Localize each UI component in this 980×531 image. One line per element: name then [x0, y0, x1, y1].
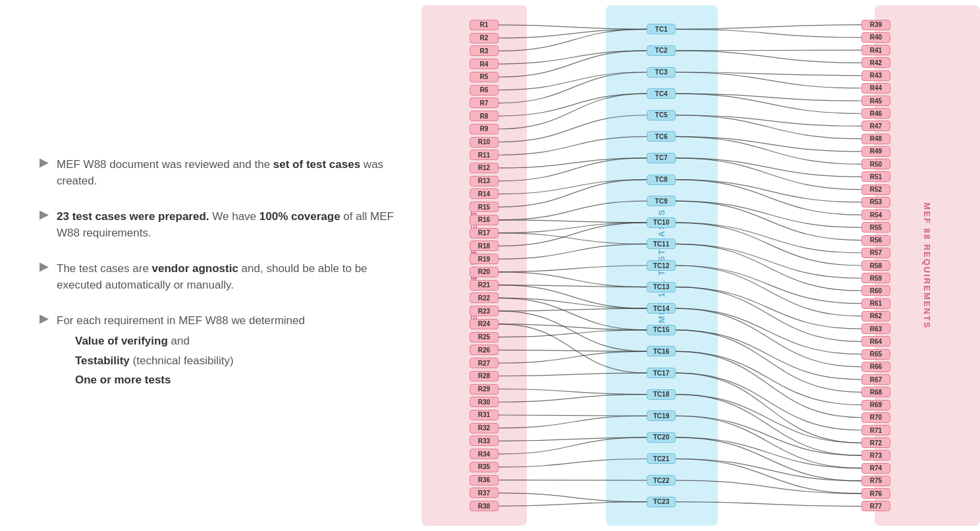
node-r55: R55: [861, 222, 890, 233]
node-r36: R36: [470, 475, 499, 486]
node-r58: R58: [861, 260, 890, 271]
node-r12: R12: [470, 163, 499, 173]
node-tc16: TC16: [647, 346, 676, 356]
node-tc22: TC22: [647, 475, 676, 486]
node-r7: R7: [470, 98, 499, 108]
node-r75: R75: [861, 476, 890, 486]
node-r8: R8: [470, 111, 499, 121]
bullet-icon-3: [40, 263, 49, 272]
node-r54: R54: [861, 210, 890, 220]
node-r59: R59: [861, 273, 890, 283]
node-r6: R6: [470, 85, 499, 96]
bullet-text-2: 23 test cases were prepared. We have 100…: [57, 208, 395, 242]
node-r40: R40: [861, 32, 890, 43]
bullet-text-4: For each requirement in MEF W88 we deter…: [57, 312, 305, 389]
node-r53: R53: [861, 197, 890, 208]
bullet-icon-1: [40, 159, 49, 168]
node-r72: R72: [861, 437, 890, 448]
node-r65: R65: [861, 349, 890, 360]
node-tc14: TC14: [647, 303, 676, 314]
node-r52: R52: [861, 184, 890, 195]
node-tc8: TC8: [647, 175, 676, 185]
node-r74: R74: [861, 463, 890, 474]
node-r69: R69: [861, 400, 890, 410]
node-r25: R25: [470, 332, 499, 343]
node-tc15: TC15: [647, 325, 676, 335]
bullet-icon-4: [40, 315, 49, 324]
node-r30: R30: [470, 397, 499, 407]
node-r46: R46: [861, 108, 890, 119]
node-r24: R24: [470, 319, 499, 329]
node-r51: R51: [861, 171, 890, 182]
node-r18: R18: [470, 240, 499, 251]
bullet-text-3: The test cases are vendor agnostic and, …: [57, 260, 395, 294]
node-r44: R44: [861, 83, 890, 94]
node-r26: R26: [470, 345, 499, 355]
diagram-container: MEF 88 REQUIREMENTS MEF 131 TEST CASES M…: [422, 5, 980, 526]
node-r1: R1: [470, 20, 499, 30]
label-left: MEF 88 REQUIREMENTS: [422, 5, 527, 526]
bullet-item-3: The test cases are vendor agnostic and, …: [40, 260, 395, 294]
bullet-item-4: For each requirement in MEF W88 we deter…: [40, 312, 395, 389]
node-r4: R4: [470, 59, 499, 69]
node-r43: R43: [861, 70, 890, 81]
node-r73: R73: [861, 450, 890, 461]
node-r35: R35: [470, 462, 499, 472]
node-tc13: TC13: [647, 282, 676, 293]
node-r27: R27: [470, 358, 499, 368]
node-r45: R45: [861, 96, 890, 106]
sub-item-2: Testability (technical feasibility): [75, 352, 305, 370]
node-r20: R20: [470, 267, 499, 277]
node-tc10: TC10: [647, 217, 676, 228]
node-r16: R16: [470, 215, 499, 225]
node-r15: R15: [470, 202, 499, 212]
node-r31: R31: [470, 410, 499, 420]
node-r17: R17: [470, 228, 499, 238]
node-r63: R63: [861, 323, 890, 334]
node-r37: R37: [470, 488, 499, 498]
node-r32: R32: [470, 423, 499, 433]
node-tc17: TC17: [647, 368, 676, 378]
node-r38: R38: [470, 501, 499, 511]
node-r22: R22: [470, 293, 499, 303]
node-r19: R19: [470, 254, 499, 264]
node-r3: R3: [470, 45, 499, 56]
node-r41: R41: [861, 45, 890, 55]
node-tc1: TC1: [647, 24, 676, 34]
node-r67: R67: [861, 374, 890, 385]
node-r77: R77: [861, 501, 890, 511]
node-r21: R21: [470, 280, 499, 291]
node-r48: R48: [861, 134, 890, 144]
node-r13: R13: [470, 176, 499, 186]
node-r61: R61: [861, 298, 890, 309]
node-r71: R71: [861, 425, 890, 435]
node-tc11: TC11: [647, 238, 676, 249]
node-r9: R9: [470, 124, 499, 134]
node-tc7: TC7: [647, 153, 676, 163]
node-tc3: TC3: [647, 67, 676, 78]
node-r64: R64: [861, 336, 890, 347]
node-r34: R34: [470, 449, 499, 459]
node-tc23: TC23: [647, 497, 676, 507]
node-r76: R76: [861, 488, 890, 499]
node-r60: R60: [861, 285, 890, 296]
node-r29: R29: [470, 384, 499, 395]
node-r11: R11: [470, 150, 499, 160]
node-tc4: TC4: [647, 88, 676, 99]
node-r70: R70: [861, 412, 890, 423]
node-r49: R49: [861, 146, 890, 157]
sub-item-3: One or more tests: [75, 372, 305, 389]
node-r28: R28: [470, 371, 499, 381]
node-tc20: TC20: [647, 432, 676, 443]
sub-item-1: Value of verifying and: [75, 333, 305, 350]
bullet-item-2: 23 test cases were prepared. We have 100…: [40, 208, 395, 242]
node-r56: R56: [861, 235, 890, 246]
node-tc5: TC5: [647, 110, 676, 121]
bullet-text-1: MEF W88 document was reviewed and the se…: [57, 156, 395, 190]
node-r47: R47: [861, 121, 890, 131]
node-tc2: TC2: [647, 45, 676, 56]
node-r50: R50: [861, 159, 890, 169]
bullet-item-1: MEF W88 document was reviewed and the se…: [40, 156, 395, 190]
label-right: MEF 88 REQUIREMENTS: [875, 5, 980, 526]
node-tc9: TC9: [647, 196, 676, 206]
